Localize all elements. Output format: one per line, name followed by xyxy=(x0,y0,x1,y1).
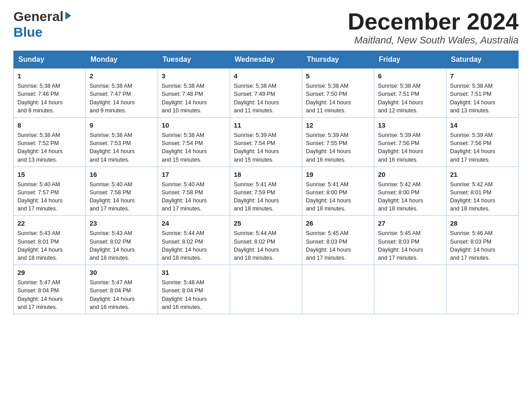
calendar-cell: 28 Sunrise: 5:46 AMSunset: 8:03 PMDaylig… xyxy=(446,216,519,265)
day-info: Sunrise: 5:38 AMSunset: 7:46 PMDaylight:… xyxy=(17,83,63,114)
day-info: Sunrise: 5:38 AMSunset: 7:50 PMDaylight:… xyxy=(306,83,351,114)
day-number: 31 xyxy=(162,268,226,277)
calendar-week-row: 29 Sunrise: 5:47 AMSunset: 8:04 PMDaylig… xyxy=(14,265,519,314)
day-info: Sunrise: 5:38 AMSunset: 7:51 PMDaylight:… xyxy=(450,83,495,114)
calendar-cell xyxy=(374,265,446,314)
day-info: Sunrise: 5:47 AMSunset: 8:04 PMDaylight:… xyxy=(17,279,63,310)
day-info: Sunrise: 5:40 AMSunset: 7:58 PMDaylight:… xyxy=(90,181,135,212)
calendar-cell: 31 Sunrise: 5:48 AMSunset: 8:04 PMDaylig… xyxy=(158,265,230,314)
calendar-cell: 17 Sunrise: 5:40 AMSunset: 7:58 PMDaylig… xyxy=(158,167,230,216)
calendar-cell: 8 Sunrise: 5:38 AMSunset: 7:52 PMDayligh… xyxy=(14,117,86,167)
calendar-cell: 27 Sunrise: 5:45 AMSunset: 8:03 PMDaylig… xyxy=(374,216,446,265)
calendar-cell: 4 Sunrise: 5:38 AMSunset: 7:49 PMDayligh… xyxy=(230,68,302,118)
day-info: Sunrise: 5:39 AMSunset: 7:54 PMDaylight:… xyxy=(234,132,279,163)
day-number: 5 xyxy=(306,71,370,81)
day-number: 6 xyxy=(378,71,442,81)
day-info: Sunrise: 5:38 AMSunset: 7:52 PMDaylight:… xyxy=(17,132,63,163)
calendar-week-row: 15 Sunrise: 5:40 AMSunset: 7:57 PMDaylig… xyxy=(14,167,519,216)
calendar-cell: 24 Sunrise: 5:44 AMSunset: 8:02 PMDaylig… xyxy=(158,216,230,265)
day-info: Sunrise: 5:43 AMSunset: 8:01 PMDaylight:… xyxy=(17,230,63,261)
calendar-cell: 23 Sunrise: 5:43 AMSunset: 8:02 PMDaylig… xyxy=(86,216,158,265)
calendar-header-row: SundayMondayTuesdayWednesdayThursdayFrid… xyxy=(14,51,519,68)
col-header-tuesday: Tuesday xyxy=(158,51,230,68)
day-info: Sunrise: 5:41 AMSunset: 7:59 PMDaylight:… xyxy=(234,181,279,212)
day-number: 1 xyxy=(17,71,82,81)
day-info: Sunrise: 5:38 AMSunset: 7:49 PMDaylight:… xyxy=(234,83,279,114)
day-number: 16 xyxy=(90,170,154,179)
calendar-cell xyxy=(302,265,374,314)
day-info: Sunrise: 5:44 AMSunset: 8:02 PMDaylight:… xyxy=(234,230,279,261)
day-info: Sunrise: 5:39 AMSunset: 7:55 PMDaylight:… xyxy=(306,132,351,163)
calendar-cell: 9 Sunrise: 5:38 AMSunset: 7:53 PMDayligh… xyxy=(86,117,158,167)
day-info: Sunrise: 5:38 AMSunset: 7:54 PMDaylight:… xyxy=(162,132,207,163)
calendar-cell: 14 Sunrise: 5:39 AMSunset: 7:56 PMDaylig… xyxy=(446,117,519,167)
col-header-thursday: Thursday xyxy=(302,51,374,68)
day-info: Sunrise: 5:46 AMSunset: 8:03 PMDaylight:… xyxy=(450,230,495,261)
day-number: 22 xyxy=(17,218,82,228)
day-info: Sunrise: 5:44 AMSunset: 8:02 PMDaylight:… xyxy=(162,230,207,261)
calendar-cell: 26 Sunrise: 5:45 AMSunset: 8:03 PMDaylig… xyxy=(302,216,374,265)
day-number: 7 xyxy=(450,71,515,81)
calendar-cell: 7 Sunrise: 5:38 AMSunset: 7:51 PMDayligh… xyxy=(446,68,519,118)
calendar-cell: 19 Sunrise: 5:41 AMSunset: 8:00 PMDaylig… xyxy=(302,167,374,216)
calendar-week-row: 22 Sunrise: 5:43 AMSunset: 8:01 PMDaylig… xyxy=(14,216,519,265)
day-info: Sunrise: 5:40 AMSunset: 7:57 PMDaylight:… xyxy=(17,181,63,212)
logo-triangle-icon xyxy=(65,12,71,20)
month-title: December 2024 xyxy=(348,9,519,34)
page-header: General Blue December 2024 Maitland, New… xyxy=(13,9,519,46)
day-number: 3 xyxy=(162,71,226,81)
calendar-cell: 16 Sunrise: 5:40 AMSunset: 7:58 PMDaylig… xyxy=(86,167,158,216)
day-number: 9 xyxy=(90,120,154,130)
calendar-cell: 22 Sunrise: 5:43 AMSunset: 8:01 PMDaylig… xyxy=(14,216,86,265)
calendar-cell: 11 Sunrise: 5:39 AMSunset: 7:54 PMDaylig… xyxy=(230,117,302,167)
calendar-cell: 2 Sunrise: 5:38 AMSunset: 7:47 PMDayligh… xyxy=(86,68,158,118)
calendar-cell: 25 Sunrise: 5:44 AMSunset: 8:02 PMDaylig… xyxy=(230,216,302,265)
day-number: 23 xyxy=(90,218,154,228)
calendar-cell: 29 Sunrise: 5:47 AMSunset: 8:04 PMDaylig… xyxy=(14,265,86,314)
calendar-cell: 1 Sunrise: 5:38 AMSunset: 7:46 PMDayligh… xyxy=(14,68,86,118)
day-info: Sunrise: 5:45 AMSunset: 8:03 PMDaylight:… xyxy=(306,230,351,261)
day-number: 24 xyxy=(162,218,226,228)
day-number: 30 xyxy=(90,268,154,277)
location-title: Maitland, New South Wales, Australia xyxy=(348,34,519,46)
title-block: December 2024 Maitland, New South Wales,… xyxy=(348,9,519,46)
logo-general-text: General xyxy=(13,9,64,25)
day-info: Sunrise: 5:42 AMSunset: 8:01 PMDaylight:… xyxy=(450,181,495,212)
calendar-table: SundayMondayTuesdayWednesdayThursdayFrid… xyxy=(13,51,519,314)
calendar-cell: 5 Sunrise: 5:38 AMSunset: 7:50 PMDayligh… xyxy=(302,68,374,118)
day-info: Sunrise: 5:45 AMSunset: 8:03 PMDaylight:… xyxy=(378,230,423,261)
day-number: 13 xyxy=(378,120,442,130)
calendar-cell: 10 Sunrise: 5:38 AMSunset: 7:54 PMDaylig… xyxy=(158,117,230,167)
calendar-cell xyxy=(230,265,302,314)
day-number: 18 xyxy=(234,170,298,179)
day-info: Sunrise: 5:48 AMSunset: 8:04 PMDaylight:… xyxy=(162,279,207,310)
day-number: 17 xyxy=(162,170,226,179)
day-number: 2 xyxy=(90,71,154,81)
day-number: 25 xyxy=(234,218,298,228)
day-number: 15 xyxy=(17,170,82,179)
calendar-cell: 3 Sunrise: 5:38 AMSunset: 7:48 PMDayligh… xyxy=(158,68,230,118)
day-number: 8 xyxy=(17,120,82,130)
calendar-cell: 20 Sunrise: 5:42 AMSunset: 8:00 PMDaylig… xyxy=(374,167,446,216)
calendar-cell: 6 Sunrise: 5:38 AMSunset: 7:51 PMDayligh… xyxy=(374,68,446,118)
day-number: 11 xyxy=(234,120,298,130)
calendar-cell: 18 Sunrise: 5:41 AMSunset: 7:59 PMDaylig… xyxy=(230,167,302,216)
day-info: Sunrise: 5:39 AMSunset: 7:56 PMDaylight:… xyxy=(378,132,423,163)
calendar-week-row: 8 Sunrise: 5:38 AMSunset: 7:52 PMDayligh… xyxy=(14,117,519,167)
day-number: 26 xyxy=(306,218,370,228)
day-number: 14 xyxy=(450,120,515,130)
day-info: Sunrise: 5:38 AMSunset: 7:51 PMDaylight:… xyxy=(378,83,423,114)
day-number: 27 xyxy=(378,218,442,228)
day-info: Sunrise: 5:38 AMSunset: 7:53 PMDaylight:… xyxy=(90,132,135,163)
calendar-cell: 12 Sunrise: 5:39 AMSunset: 7:55 PMDaylig… xyxy=(302,117,374,167)
day-info: Sunrise: 5:39 AMSunset: 7:56 PMDaylight:… xyxy=(450,132,495,163)
col-header-saturday: Saturday xyxy=(446,51,519,68)
day-number: 12 xyxy=(306,120,370,130)
logo: General Blue xyxy=(13,9,71,40)
day-info: Sunrise: 5:38 AMSunset: 7:47 PMDaylight:… xyxy=(90,83,135,114)
col-header-monday: Monday xyxy=(86,51,158,68)
col-header-friday: Friday xyxy=(374,51,446,68)
day-info: Sunrise: 5:47 AMSunset: 8:04 PMDaylight:… xyxy=(90,279,135,310)
day-number: 10 xyxy=(162,120,226,130)
calendar-week-row: 1 Sunrise: 5:38 AMSunset: 7:46 PMDayligh… xyxy=(14,68,519,118)
